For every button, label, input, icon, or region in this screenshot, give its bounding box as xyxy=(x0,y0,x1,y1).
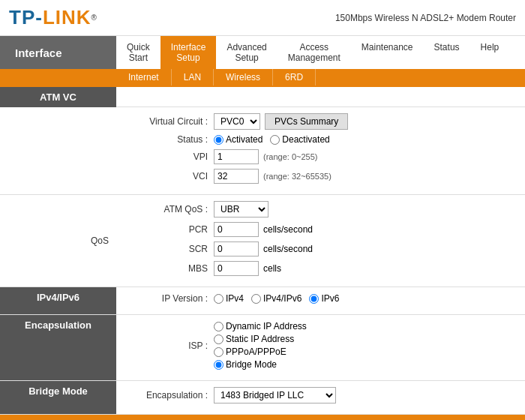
pcr-input[interactable] xyxy=(214,222,259,237)
bridge-mode-header: Bridge Mode xyxy=(0,381,116,414)
vci-range: (range: 32~65535) xyxy=(263,172,332,181)
mbs-label: MBS xyxy=(124,263,214,274)
scr-unit: cells/second xyxy=(263,244,313,254)
bridge-mode-fields: Encapsulation : 1483 Bridged IP LLC 1483… xyxy=(116,381,525,414)
atm-qos-select[interactable]: UBRCBRVBR-rtVBR-nrt xyxy=(214,201,268,218)
status-deactivated-radio[interactable]: Deactivated xyxy=(270,134,329,145)
sub-nav-6rd[interactable]: 6RD xyxy=(273,69,316,86)
ipv6-radio[interactable]: IPv6 xyxy=(309,293,339,304)
bridge-mode-label: Bridge Mode xyxy=(226,359,277,370)
bridge-mode-section: Bridge Mode Encapsulation : 1483 Bridged… xyxy=(0,381,525,415)
dynamic-ip-radio[interactable]: Dynamic IP Address xyxy=(214,321,307,332)
vpi-label: VPI xyxy=(124,152,214,162)
sub-nav: Internet LAN Wireless 6RD xyxy=(0,69,525,86)
atm-vc-fields: Virtual Circuit : PVC0PVC1PVC2PVC3 PVC4P… xyxy=(116,107,525,194)
ipv6-label: IPv6 xyxy=(321,293,339,304)
vpi-control: (range: 0~255) xyxy=(214,149,317,164)
static-ip-radio[interactable]: Static IP Address xyxy=(214,334,307,344)
logo-tp: TP- xyxy=(9,6,43,28)
bridge-mode-input[interactable] xyxy=(214,360,224,370)
mbs-control: cells xyxy=(214,261,281,276)
bridge-mode-radio[interactable]: Bridge Mode xyxy=(214,359,307,370)
status-row: Status : Activated Deactivated xyxy=(124,134,518,145)
sub-nav-internet[interactable]: Internet xyxy=(116,69,172,86)
vci-label: VCI xyxy=(124,171,214,182)
sub-nav-wireless[interactable]: Wireless xyxy=(214,69,273,86)
logo: TP-LINK ® xyxy=(9,6,97,29)
vci-input[interactable] xyxy=(214,169,259,184)
status-deactivated-label: Deactivated xyxy=(282,134,329,145)
ipv4-input[interactable] xyxy=(214,294,224,304)
encapsulation-fields: ISP : Dynamic IP Address Static IP Addre… xyxy=(116,315,525,380)
scr-input[interactable] xyxy=(214,242,259,256)
encap-control: 1483 Bridged IP LLC 1483 Bridged IP VC-M… xyxy=(214,387,336,404)
status-activated-input[interactable] xyxy=(214,135,224,145)
nav-item-maintenance[interactable]: Maintenance xyxy=(351,36,424,69)
status-activated-radio[interactable]: Activated xyxy=(214,134,262,145)
pcr-unit: cells/second xyxy=(263,224,313,235)
qos-sidebar-label: QoS xyxy=(0,195,116,286)
nav-item-advanced-setup[interactable]: AdvancedSetup xyxy=(216,36,277,69)
logo-registered: ® xyxy=(92,14,97,22)
vci-control: (range: 32~65535) xyxy=(214,169,332,184)
vpi-range: (range: 0~255) xyxy=(263,152,317,161)
nav-item-quick-start[interactable]: QuickStart xyxy=(116,36,160,69)
static-ip-label: Static IP Address xyxy=(226,334,294,344)
isp-label: ISP : xyxy=(124,340,214,351)
atm-qos-control: UBRCBRVBR-rtVBR-nrt xyxy=(214,201,268,218)
pcr-label: PCR xyxy=(124,224,214,235)
encapsulation-header: Encapsulation xyxy=(0,315,116,380)
nav-bar: Interface QuickStart InterfaceSetup Adva… xyxy=(0,36,525,87)
virtual-circuit-select[interactable]: PVC0PVC1PVC2PVC3 PVC4PVC5PVC6PVC7 xyxy=(214,113,260,130)
vpi-row: VPI (range: 0~255) xyxy=(124,149,518,164)
encapsulation-section: Encapsulation ISP : Dynamic IP Address S… xyxy=(0,315,525,381)
ip-version-label: IP Version : xyxy=(124,293,214,304)
encapsulation-select[interactable]: 1483 Bridged IP LLC 1483 Bridged IP VC-M… xyxy=(214,387,336,404)
mbs-input[interactable] xyxy=(214,261,259,276)
qos-section: QoS ATM QoS : UBRCBRVBR-rtVBR-nrt PCR ce… xyxy=(0,195,525,287)
pcr-row: PCR cells/second xyxy=(124,222,518,237)
nav-item-interface-setup[interactable]: InterfaceSetup xyxy=(160,36,217,69)
ip-version-control: IPv4 IPv4/IPv6 IPv6 xyxy=(214,293,339,304)
pvcs-summary-button[interactable]: PVCs Summary xyxy=(265,113,348,130)
dynamic-ip-input[interactable] xyxy=(214,322,224,332)
scr-control: cells/second xyxy=(214,242,313,256)
qos-fields: ATM QoS : UBRCBRVBR-rtVBR-nrt PCR cells/… xyxy=(116,195,525,286)
ipv4-radio[interactable]: IPv4 xyxy=(214,293,244,304)
status-activated-label: Activated xyxy=(226,134,262,145)
ipv4-label: IPv4 xyxy=(226,293,244,304)
vpi-input[interactable] xyxy=(214,149,259,164)
virtual-circuit-control: PVC0PVC1PVC2PVC3 PVC4PVC5PVC6PVC7 PVCs S… xyxy=(214,113,348,130)
ipv4ipv6-radio-label: IPv4/IPv6 xyxy=(263,293,302,304)
ipv4ipv6-radio[interactable]: IPv4/IPv6 xyxy=(251,293,302,304)
ipv4ipv6-section: IPv4/IPv6 IP Version : IPv4 IPv4/IPv6 IP… xyxy=(0,287,525,315)
static-ip-input[interactable] xyxy=(214,334,224,344)
status-control: Activated Deactivated xyxy=(214,134,330,145)
header-title: 150Mbps Wireless N ADSL2+ Modem Router xyxy=(335,13,516,23)
nav-items: QuickStart InterfaceSetup AdvancedSetup … xyxy=(116,36,509,69)
pppoa-input[interactable] xyxy=(214,347,224,357)
encapsulation-row: Encapsulation : 1483 Bridged IP LLC 1483… xyxy=(124,387,518,404)
scr-label: SCR xyxy=(124,244,214,254)
mbs-unit: cells xyxy=(263,263,281,274)
sub-nav-lan[interactable]: LAN xyxy=(172,69,214,86)
atm-vc-header: ATM VC xyxy=(0,87,116,107)
action-bar: SAVE DELETE xyxy=(0,415,525,420)
status-deactivated-input[interactable] xyxy=(270,135,280,145)
ipv4ipv6-input[interactable] xyxy=(251,294,261,304)
ip-version-row: IP Version : IPv4 IPv4/IPv6 IPv6 xyxy=(124,293,518,304)
virtual-circuit-label: Virtual Circuit : xyxy=(124,116,214,127)
nav-item-help[interactable]: Help xyxy=(470,36,510,69)
pcr-control: cells/second xyxy=(214,222,313,237)
nav-item-status[interactable]: Status xyxy=(424,36,470,69)
nav-item-access-management[interactable]: AccessManagement xyxy=(278,36,351,69)
ipv6-input[interactable] xyxy=(309,294,319,304)
nav-top: Interface QuickStart InterfaceSetup Adva… xyxy=(0,36,525,69)
pppoa-pppoe-radio[interactable]: PPPoA/PPPoE xyxy=(214,346,307,357)
header: TP-LINK ® 150Mbps Wireless N ADSL2+ Mode… xyxy=(0,0,525,36)
isp-control: Dynamic IP Address Static IP Address PPP… xyxy=(214,321,307,370)
nav-brand: Interface xyxy=(0,36,116,69)
isp-options: Dynamic IP Address Static IP Address PPP… xyxy=(214,321,307,370)
mbs-row: MBS cells xyxy=(124,261,518,276)
pppoa-label: PPPoA/PPPoE xyxy=(226,346,286,357)
